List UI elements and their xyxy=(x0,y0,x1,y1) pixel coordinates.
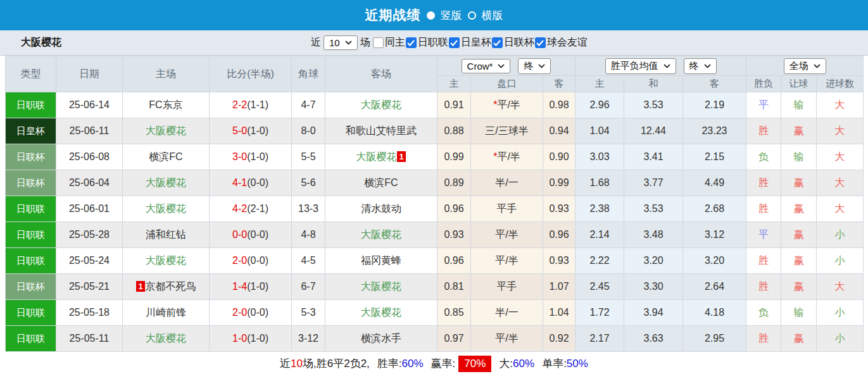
odds-away-cell: 2.68 xyxy=(683,196,746,222)
score-halftime: (0-0) xyxy=(247,255,268,266)
team-link[interactable]: 清水鼓动 xyxy=(361,203,401,214)
team-link[interactable]: 和歌山艾特里武 xyxy=(346,125,417,136)
team-link[interactable]: 大阪樱花 xyxy=(146,333,186,344)
team-link[interactable]: 横滨FC xyxy=(364,177,398,188)
team-link[interactable]: 大阪樱花 xyxy=(146,203,186,214)
ah-line-cell: 半/一 xyxy=(471,300,543,326)
eu-time-select[interactable]: 终 xyxy=(684,58,717,74)
table-row: 日联杯25-06-08横滨FC3-0(1-0)5-5大阪樱花10.99*平/半0… xyxy=(6,144,864,170)
col-header-score: 比分(半场) xyxy=(210,56,292,92)
team-link[interactable]: 京都不死鸟 xyxy=(146,281,196,292)
team-link[interactable]: 大阪樱花 xyxy=(361,229,401,240)
result-goals-cell: 小 xyxy=(817,248,864,274)
score-fulltime: 2-0 xyxy=(232,307,247,318)
sub-header-wdl: 胜负 xyxy=(746,76,781,92)
summary-winrate-value: 60% xyxy=(402,358,424,370)
team-link[interactable]: FC东京 xyxy=(149,99,182,110)
corners-cell: 13-3 xyxy=(292,196,325,222)
odds-draw-cell: 3.41 xyxy=(624,144,683,170)
score-cell: 5-0(1-0) xyxy=(210,118,292,144)
away-team-cell: 大阪樱花 xyxy=(325,92,437,118)
odds-draw-cell: 3.77 xyxy=(624,170,683,196)
away-team-cell: 横滨FC xyxy=(325,170,437,196)
ah-time-select[interactable]: 终 xyxy=(518,58,551,74)
bookmaker-select[interactable]: Crow* xyxy=(462,59,511,73)
ah-line-cell: 平手 xyxy=(471,196,543,222)
layout-radio-label[interactable]: 横版 xyxy=(482,8,503,23)
team-link[interactable]: 横滨FC xyxy=(149,151,182,162)
odds-draw-cell: 3.53 xyxy=(624,196,683,222)
corners-cell: 6-7 xyxy=(292,274,325,300)
filter-checkbox[interactable] xyxy=(492,37,503,48)
table-row: 日职联25-06-14FC东京2-2(1-1)4-7大阪樱花0.91*平/半0.… xyxy=(6,92,864,118)
ah-away-odds-cell: 1.07 xyxy=(543,274,576,300)
score-cell: 0-0(0-0) xyxy=(210,222,292,248)
ah-away-odds-cell: 0.90 xyxy=(543,144,576,170)
table-row: 日职联25-05-28浦和红钻0-0(0-0)4-8大阪樱花0.93平/半0.9… xyxy=(6,222,864,248)
filter-checkbox[interactable] xyxy=(406,37,417,48)
score-fulltime: 4-1 xyxy=(232,177,247,188)
odds-draw-cell: 3.53 xyxy=(624,92,683,118)
ah-home-odds-cell: 0.89 xyxy=(437,170,471,196)
odds-away-cell: 2.64 xyxy=(683,274,746,300)
team-link[interactable]: 大阪樱花 xyxy=(146,125,186,136)
team-link[interactable]: 大阪樱花 xyxy=(361,281,401,292)
team-link[interactable]: 福冈黄蜂 xyxy=(361,255,401,266)
result-goals-cell: 大 xyxy=(817,92,864,118)
check-icon xyxy=(450,40,458,46)
score-cell: 1-0(1-0) xyxy=(210,326,292,352)
team-link[interactable]: 大阪樱花 xyxy=(361,307,401,318)
ah-away-odds-cell: 0.96 xyxy=(543,222,576,248)
odds-home-cell: 1.68 xyxy=(576,170,624,196)
team-link[interactable]: 大阪樱花 xyxy=(146,177,186,188)
check-icon xyxy=(493,40,501,46)
layout-radio-unselected[interactable] xyxy=(468,11,476,20)
bookmaker-select-value: Crow* xyxy=(467,61,493,72)
type-cell: 日职联 xyxy=(6,248,56,274)
result-goals-cell: 大 xyxy=(817,196,864,222)
corners-cell: 8-0 xyxy=(292,118,325,144)
odds-home-cell: 2.14 xyxy=(576,222,624,248)
filter-checkbox[interactable] xyxy=(535,37,546,48)
away-team-cell: 大阪樱花 xyxy=(325,222,437,248)
team-link[interactable]: 川崎前锋 xyxy=(146,307,186,318)
ah-away-odds-cell: 0.93 xyxy=(543,196,576,222)
chevron-down-icon xyxy=(538,64,545,68)
odds-group-header: 胜平负均值 终 xyxy=(576,56,746,76)
score-fulltime: 5-0 xyxy=(232,125,247,136)
match-count-select[interactable]: 10 xyxy=(324,35,358,50)
score-fulltime: 1-0 xyxy=(232,333,247,344)
filter-checkbox[interactable] xyxy=(373,37,384,48)
result-wdl-cell: 胜 xyxy=(746,170,781,196)
filter-checkbox[interactable] xyxy=(449,37,460,48)
scope-select[interactable]: 全场 xyxy=(784,58,826,74)
team-link[interactable]: 大阪樱花 xyxy=(146,255,186,266)
away-team-cell: 横滨水手 xyxy=(325,326,437,352)
score-fulltime: 1-4 xyxy=(232,281,247,292)
red-card-badge: 1 xyxy=(397,151,405,162)
results-tbody: 日职联25-06-14FC东京2-2(1-1)4-7大阪樱花0.91*平/半0.… xyxy=(6,92,864,352)
filter-checkbox-group: 同主日职联日皇杯日联杯球会友谊 xyxy=(373,36,588,49)
team-link[interactable]: 浦和红钻 xyxy=(146,229,186,240)
home-team-cell: 1京都不死鸟 xyxy=(123,274,210,300)
layout-radio-selected[interactable] xyxy=(427,11,435,20)
home-team-cell: 大阪樱花 xyxy=(123,118,210,144)
result-handicap-cell: 赢 xyxy=(781,248,817,274)
result-wdl-cell: 胜 xyxy=(746,118,781,144)
ah-away-odds-cell: 1.04 xyxy=(543,300,576,326)
odds-type-select[interactable]: 胜平负均值 xyxy=(605,58,676,74)
ah-home-odds-cell: 0.96 xyxy=(437,248,471,274)
result-group-header: 全场 xyxy=(746,56,864,76)
ah-away-odds-cell: 0.93 xyxy=(543,248,576,274)
table-row: 日职联25-06-01大阪樱花4-2(2-1)13-3清水鼓动0.96平手0.9… xyxy=(6,196,864,222)
odds-type-select-value: 胜平负均值 xyxy=(611,60,658,72)
summary-single-value: 50% xyxy=(567,358,588,370)
team-link[interactable]: 横滨水手 xyxy=(361,333,401,344)
team-link[interactable]: 大阪樱花 xyxy=(356,151,396,162)
layout-radio-label[interactable]: 竖版 xyxy=(441,8,462,23)
result-handicap-cell: 输 xyxy=(781,300,817,326)
ah-line-cell: 平/半 xyxy=(471,326,543,352)
team-link[interactable]: 大阪樱花 xyxy=(361,99,401,110)
score-halftime: (2-1) xyxy=(247,203,268,214)
filter-checkbox-label: 日职联 xyxy=(418,36,448,49)
